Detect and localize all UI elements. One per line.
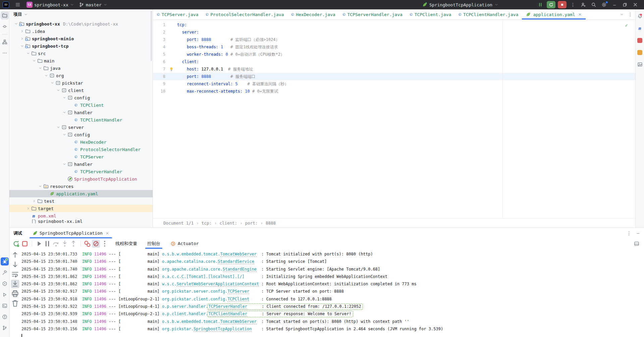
tree-item-main[interactable]: main — [9, 57, 153, 64]
tree-item-src[interactable]: src — [9, 50, 153, 57]
tree-item-pickstar[interactable]: pickstar — [9, 79, 153, 87]
tree-item-client[interactable]: client — [9, 87, 153, 94]
tool-strip-run[interactable] — [1, 291, 9, 299]
view-tab-线程和变量[interactable]: 线程和变量 — [111, 238, 141, 249]
chevron-down-icon[interactable] — [50, 81, 55, 85]
tool-strip-version-control[interactable] — [1, 324, 9, 332]
tool-strip-project[interactable] — [1, 11, 9, 19]
tool-strip-notifications[interactable] — [636, 12, 644, 20]
run-configuration-widget[interactable]: SpringbootTcpApplication — [422, 0, 498, 9]
code-line[interactable]: reconnect-interval: 5 # 基础重连间隔（秒） — [177, 80, 288, 88]
logger-link[interactable]: TomcatWebServer — [220, 319, 256, 324]
logger-link[interactable]: TCPServerHandler — [208, 304, 247, 309]
restore-icon[interactable] — [621, 1, 629, 8]
mute-breakpoints-icon[interactable] — [92, 240, 100, 248]
code-line[interactable]: worker-threads: 0 # 0=自动计算（CPU核数*2） — [177, 51, 288, 58]
chevron-down-icon[interactable] — [56, 125, 61, 129]
code-line[interactable]: port: 8888 # 服务端端口 — [177, 73, 288, 80]
tree-item-springboot-tcp[interactable]: springboot-tcp — [9, 42, 153, 50]
tool-strip-maven[interactable]: m — [636, 24, 644, 32]
tree-item-org[interactable]: org — [9, 72, 153, 79]
tool-strip-structure[interactable] — [1, 38, 9, 46]
kebab-icon[interactable]: ⋮ — [569, 1, 577, 8]
view-tab-Actuator[interactable]: Actuator — [166, 238, 203, 249]
tree-item-test[interactable]: test — [9, 197, 153, 205]
code-line[interactable]: client: — [177, 58, 288, 65]
code-line[interactable]: max-reconnect-attempts: 10 # 0=无限重试 — [177, 88, 288, 95]
breadcrumb-item[interactable]: client: — [219, 221, 237, 226]
breadcrumb-item[interactable]: port: — [245, 221, 258, 226]
view-tab-控制台[interactable]: 控制台 — [143, 238, 164, 249]
tool-strip-build[interactable] — [1, 269, 9, 277]
add-user-icon[interactable] — [579, 1, 587, 8]
chevron-down-icon[interactable] — [38, 184, 43, 188]
stop-icon[interactable] — [21, 240, 29, 248]
editor-tab-TCPServer.java[interactable]: ©TCPServer.java — [153, 9, 202, 19]
inspections-ok-icon[interactable]: ✓ — [625, 22, 628, 28]
navigate-down-icon[interactable] — [11, 260, 19, 269]
rerun-icon[interactable] — [12, 240, 20, 248]
logger-link[interactable]: TomcatWebServer — [220, 252, 256, 257]
logger-link[interactable]: C — [181, 274, 184, 279]
tree-item-TCPServerHandler[interactable]: © TCPServerHandler — [9, 168, 153, 175]
chevron-down-icon[interactable] — [62, 110, 67, 114]
tool-strip-services[interactable] — [1, 280, 9, 288]
tree-item-config[interactable]: config — [9, 94, 153, 101]
tree-item-TCPClientHandler[interactable]: © TCPClientHandler — [9, 116, 153, 124]
tree-item-target[interactable]: target — [9, 205, 153, 212]
pause-icon[interactable] — [536, 1, 544, 8]
tab-options-kebab-icon[interactable]: ⋮ — [628, 12, 633, 17]
chevron-right-icon[interactable] — [25, 206, 31, 210]
chevron-down-icon[interactable] — [62, 162, 67, 166]
editor-tab-TCPClientHandler.java[interactable]: ©TCPClientHandler.java — [455, 9, 522, 19]
breadcrumb-item[interactable]: Document 1/1 — [163, 221, 194, 226]
tree-item-application.yaml[interactable]: application.yaml — [9, 190, 153, 197]
step-into-icon[interactable] — [61, 240, 69, 248]
tool-strip-orange-square[interactable] — [636, 48, 644, 56]
editor-tab-TCPClient.java[interactable]: ©TCPClient.java — [406, 9, 455, 19]
logger-link[interactable]: TCPClientHandler — [208, 311, 247, 317]
tool-strip-mountain[interactable] — [636, 60, 644, 68]
soft-wrap-icon[interactable] — [11, 270, 19, 278]
rerun-icon[interactable] — [547, 1, 555, 8]
editor-tab-HexDecoder.java[interactable]: ©HexDecoder.java — [287, 9, 339, 19]
logger-link[interactable]: TCPServer — [227, 289, 249, 294]
tree-item-resources[interactable]: resources — [9, 183, 153, 190]
logger-link[interactable]: SpringbootTcpApplication — [194, 327, 252, 332]
editor-tab-ProtocolSelectorHandler.java[interactable]: ©ProtocolSelectorHandler.java — [202, 9, 287, 19]
step-out-icon[interactable] — [69, 240, 77, 248]
tool-strip-problems[interactable] — [1, 313, 9, 321]
editor-tab-application.yaml[interactable]: application.yaml — [522, 9, 585, 19]
kebab-icon[interactable] — [101, 240, 109, 248]
tree-item-TCPServer[interactable]: © TCPServer — [9, 153, 153, 160]
debug-session-tab[interactable]: SpringbootTcpApplication — [29, 228, 113, 238]
logger-link[interactable]: StandardEngine — [223, 267, 257, 272]
minimize-icon[interactable]: — — [610, 1, 619, 8]
tree-scrollbar[interactable] — [151, 11, 152, 61]
chevron-down-icon[interactable] — [24, 12, 28, 16]
chevron-down-icon[interactable] — [38, 66, 43, 70]
close-icon[interactable] — [105, 231, 109, 235]
print-icon[interactable] — [11, 290, 19, 298]
tree-item-server[interactable]: server — [9, 124, 153, 131]
tree-item-HexDecoder[interactable]: © HexDecoder — [9, 138, 153, 146]
tree-item-springboot-minio[interactable]: springboot-minio — [9, 35, 153, 42]
tree-item-java[interactable]: java — [9, 64, 153, 72]
logger-link[interactable]: TCPClient — [227, 297, 249, 302]
logger-link[interactable]: ServletWebServerApplicationContext — [176, 282, 259, 287]
hide-panel-icon[interactable]: — — [637, 231, 639, 236]
tree-item-pom.xml[interactable]: m pom.xml — [9, 212, 153, 220]
scroll-to-end-icon[interactable] — [11, 280, 19, 288]
tree-item-springboot-xx.iml[interactable]: springboot-xx.iml — [9, 220, 153, 223]
console-log[interactable]: 2025-04-15 23:50:01.733 INFO 11496 --- [… — [21, 250, 644, 337]
chevron-down-icon[interactable] — [13, 22, 18, 26]
tree-item-handler[interactable]: handler — [9, 160, 153, 168]
code-line[interactable]: tcp: — [177, 21, 288, 29]
view-breakpoints-icon[interactable] — [83, 240, 91, 248]
close-tab-icon[interactable] — [578, 12, 582, 16]
step-over-icon[interactable] — [52, 240, 60, 248]
tree-item-TCPClient[interactable]: © TCPClient — [9, 101, 153, 109]
chevron-down-icon[interactable] — [25, 51, 31, 55]
tree-item-config[interactable]: config — [9, 131, 153, 138]
chevron-right-icon[interactable] — [19, 37, 24, 41]
